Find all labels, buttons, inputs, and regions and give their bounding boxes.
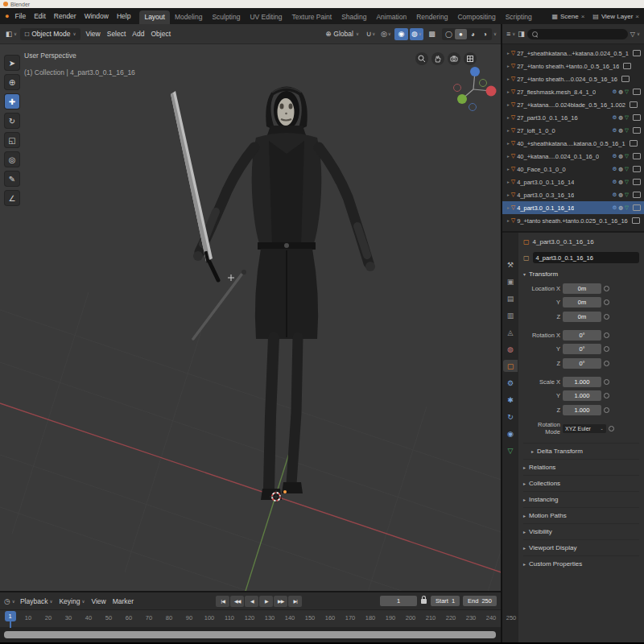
disable-in-viewport-icon[interactable] bbox=[633, 89, 641, 95]
animate-dot-icon[interactable] bbox=[604, 379, 609, 385]
panel-section[interactable]: ▸ Instancing bbox=[523, 491, 639, 507]
play-reverse-button[interactable]: ◀ bbox=[245, 596, 258, 607]
animate-dot-icon[interactable] bbox=[609, 426, 614, 431]
transform-panel-header[interactable]: ▾ Transform bbox=[523, 267, 639, 280]
outliner-filter-icon[interactable]: ◨ bbox=[518, 30, 525, 38]
disclosure-icon[interactable]: ▸ bbox=[507, 128, 510, 133]
disable-in-viewport-icon[interactable] bbox=[623, 63, 631, 69]
horizontal-scrollbar[interactable] bbox=[4, 631, 496, 638]
breadcrumb-object-name[interactable]: 4_part3.0_0.1_16_16 bbox=[533, 238, 594, 246]
disable-in-viewport-icon[interactable] bbox=[630, 140, 638, 147]
27_+tanto sheath.+tanto.0_0.5_16_16[interactable]: ▸ ▽ 27_+tanto sheath.+tanto.0_0.5_16_16 bbox=[502, 60, 644, 72]
gizmo-y-axis[interactable] bbox=[457, 94, 467, 104]
disable-in-viewport-icon[interactable] bbox=[633, 166, 641, 172]
workspace-tab[interactable]: Sculpting bbox=[207, 10, 245, 24]
disable-in-viewport-icon[interactable] bbox=[633, 192, 641, 198]
gizmo-x-axis[interactable] bbox=[485, 86, 496, 97]
tab-world[interactable]: ◍ bbox=[503, 343, 518, 355]
disable-in-viewport-icon[interactable] bbox=[633, 204, 641, 211]
workspace-tab[interactable]: Texture Paint bbox=[287, 10, 337, 24]
show-overlays-toggle[interactable]: ◍∨ bbox=[410, 28, 423, 40]
camera-view-icon[interactable] bbox=[448, 52, 460, 65]
disclosure-icon[interactable]: ▸ bbox=[507, 180, 510, 184]
disable-in-viewport-icon[interactable] bbox=[633, 179, 641, 185]
animate-dot-icon[interactable] bbox=[604, 299, 609, 305]
timeline-menu[interactable]: Playback∨ bbox=[17, 597, 56, 605]
character-mesh[interactable] bbox=[193, 87, 375, 501]
playhead[interactable]: 1 bbox=[5, 611, 16, 621]
timeline-menu[interactable]: Keying∨ bbox=[56, 597, 88, 605]
tab-object[interactable]: ▢ bbox=[503, 360, 518, 372]
value-field[interactable]: 0° bbox=[563, 330, 601, 341]
tab-scene[interactable]: ◬ bbox=[503, 326, 518, 338]
tab-view-layer[interactable]: ▥ bbox=[503, 309, 518, 321]
next-keyframe-button[interactable]: ▶▶ bbox=[274, 596, 287, 607]
topbar-menu[interactable]: Help bbox=[113, 12, 134, 20]
panel-section[interactable]: ▸ Collections bbox=[523, 475, 639, 491]
animate-dot-icon[interactable] bbox=[604, 393, 609, 398]
4_part3.0_0.1_16_16[interactable]: ▸ ▽ 4_part3.0_0.1_16_16 ⚙ ◍ ▽ bbox=[502, 201, 644, 214]
40_+katana....0.024_0.1_16_0[interactable]: ▸ ▽ 40_+katana....0.024_0.1_16_0 ⚙ ◍ ▽ bbox=[502, 150, 644, 163]
timeline-editor-icon[interactable]: ◷∨ bbox=[4, 597, 15, 605]
workspace-tab[interactable]: Animation bbox=[371, 10, 411, 24]
tab-render[interactable]: ▣ bbox=[503, 275, 518, 287]
disclosure-icon[interactable]: ▸ bbox=[507, 167, 510, 171]
scale-tool[interactable]: ◱ bbox=[5, 133, 19, 147]
disclosure-icon[interactable]: ▸ bbox=[507, 64, 510, 68]
27_part3.0_0.1_16_16[interactable]: ▸ ▽ 27_part3.0_0.1_16_16 ⚙ ◍ ▽ bbox=[502, 111, 644, 124]
disclosure-icon[interactable]: ▸ bbox=[507, 205, 510, 210]
disclosure-icon[interactable]: ▸ bbox=[507, 218, 510, 223]
frame-end-field[interactable]: End250 bbox=[463, 596, 497, 606]
tab-physics[interactable]: ↻ bbox=[503, 411, 518, 423]
proportional-editing-toggle[interactable]: ◎∨ bbox=[379, 28, 393, 40]
disclosure-icon[interactable]: ▸ bbox=[507, 141, 510, 146]
panel-section[interactable]: ▸ Visibility bbox=[523, 523, 639, 539]
navigation-gizmo[interactable] bbox=[451, 67, 497, 112]
animate-dot-icon[interactable] bbox=[604, 346, 609, 352]
gizmo-y-neg[interactable] bbox=[479, 80, 486, 87]
transform-orientation-dropdown[interactable]: ⊕ Global ∨ bbox=[322, 30, 362, 38]
tab-constraints[interactable]: ◉ bbox=[503, 427, 518, 440]
disclosure-icon[interactable]: ▸ bbox=[507, 102, 510, 107]
panel-section[interactable]: ▸ Viewport Display bbox=[523, 539, 639, 555]
workspace-tab[interactable]: Rendering bbox=[411, 10, 452, 24]
timeline-ruler[interactable]: 1 10203040506070809010011012013014015016… bbox=[0, 609, 501, 627]
disable-in-viewport-icon[interactable] bbox=[633, 127, 641, 134]
40_+sheathkatana....katana.0_0.5_16_1[interactable]: ▸ ▽ 40_+sheathkatana....katana.0_0.5_16_… bbox=[502, 137, 644, 150]
tab-modifiers[interactable]: ⚙ bbox=[503, 377, 518, 389]
value-field[interactable]: 0m bbox=[563, 283, 601, 294]
viewport-3d[interactable]: User Perspective (1) Collection | 4_part… bbox=[0, 44, 501, 591]
topbar-menu[interactable]: Window bbox=[80, 12, 113, 20]
pan-hand-icon[interactable] bbox=[431, 52, 444, 65]
rotation-mode-dropdown[interactable]: XYZ Euler ⌄ bbox=[563, 424, 606, 433]
tab-tool[interactable]: ⚒ bbox=[503, 258, 518, 270]
panel-section[interactable]: ▸ Custom Properties bbox=[523, 555, 639, 572]
toggle-perspective-icon[interactable] bbox=[464, 52, 477, 65]
lock-icon[interactable] bbox=[421, 599, 427, 604]
scene-unlink-icon[interactable]: × bbox=[581, 13, 585, 20]
topbar-menu[interactable]: Render bbox=[50, 12, 80, 20]
40_Face_0.1_0_0[interactable]: ▸ ▽ 40_Face_0.1_0_0 ⚙ ◍ ▽ bbox=[502, 163, 644, 175]
4_part3.0_0.3_16_16[interactable]: ▸ ▽ 4_part3.0_0.3_16_16 ⚙ ◍ ▽ bbox=[502, 188, 644, 201]
panel-section[interactable]: ▸ Delta Transform bbox=[523, 443, 639, 459]
timeline-menu[interactable]: View bbox=[88, 597, 109, 605]
show-gizmo-toggle[interactable]: ◉ bbox=[394, 28, 408, 40]
9_+tanto sheath.+tanto.0.025_0.1_16_16[interactable]: ▸ ▽ 9_+tanto sheath.+tanto.0.025_0.1_16_… bbox=[502, 214, 644, 227]
shading-wireframe[interactable]: ◯ bbox=[443, 29, 455, 39]
disclosure-icon[interactable]: ▸ bbox=[507, 76, 510, 81]
tab-output[interactable]: ▤ bbox=[503, 292, 518, 304]
gizmo-z-neg[interactable] bbox=[469, 104, 476, 111]
play-button[interactable]: ▶ bbox=[259, 596, 273, 607]
27_+sheathkatana...+katana.0.024_0.5_1[interactable]: ▸ ▽ 27_+sheathkatana...+katana.0.024_0.5… bbox=[502, 47, 644, 60]
transform-tool[interactable]: ◎ bbox=[5, 152, 19, 167]
disable-in-viewport-icon[interactable] bbox=[621, 76, 630, 82]
disable-in-viewport-icon[interactable] bbox=[633, 50, 641, 56]
topbar-menu[interactable]: Edit bbox=[30, 12, 50, 20]
topbar-menu[interactable]: File bbox=[10, 12, 30, 20]
disable-in-viewport-icon[interactable] bbox=[630, 101, 638, 108]
toggle-xray[interactable]: ▩ bbox=[425, 28, 439, 40]
shading-solid[interactable]: ● bbox=[455, 29, 467, 39]
measure-tool[interactable]: ∠ bbox=[5, 191, 19, 205]
viewport-menu[interactable]: Object bbox=[147, 30, 174, 38]
cursor-tool[interactable]: ⊕ bbox=[5, 75, 19, 89]
